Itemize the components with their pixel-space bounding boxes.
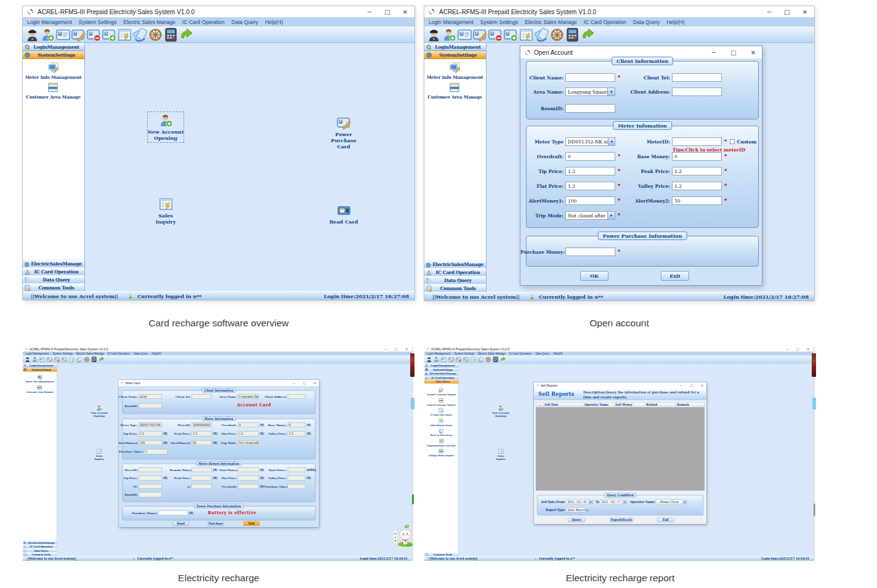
toolbar-button-calculator[interactable] [565,28,580,42]
flat-price-input[interactable]: 1.2 [565,182,615,190]
menu-item-electric-sales-manage[interactable]: Electric Sales Manage [123,19,176,25]
purchase-button[interactable]: Purchase [208,522,224,526]
toolbar-button-user-add[interactable] [32,356,38,363]
toolbar-button-id-card[interactable] [39,356,46,363]
menu-item-login-management[interactable]: Login Management [429,19,474,25]
return-r3-c4-input[interactable] [288,484,305,489]
sidebar-group-loginmanagement[interactable]: LoginManagement [424,43,486,51]
meter-type-input[interactable]: DDSY1352-NK sing▼ [565,137,615,146]
toolbar-button-card-delete[interactable] [456,356,462,363]
toolbar-button-card-add[interactable] [62,356,68,363]
menu-item-ic-card-operation[interactable]: IC Card Operation [509,352,532,355]
toolbar-button-card-delete[interactable] [488,28,503,42]
sell-date-to-dropdown-button[interactable]: ▼ [623,500,627,504]
menu-item-electric-sales-manage[interactable]: Electric Sales Manage [478,352,506,355]
sidebar-item-customer-area-manage[interactable]: Customer Area Manage [26,82,80,100]
close-button[interactable]: ✕ [405,347,408,351]
meter-r3-c2-input[interactable]: 50 [192,440,212,445]
toolbar-button-officer[interactable] [25,356,31,363]
menu-item-system-settings[interactable]: System Settings [455,352,475,355]
maximize-button[interactable]: □ [384,9,391,15]
client-name-input[interactable] [565,73,615,82]
sidebar-item-meter-info-management[interactable]: Meter Info Management [427,62,483,80]
operator-name-input[interactable]: ---Please Chose▼ [657,499,687,504]
desktop-icon-new-account-opening[interactable]: New AccountOpening [491,405,511,418]
sell-date-from-input[interactable]: 2021 / 02 / 01▼ [567,499,593,504]
overdraft-input[interactable]: 0 [565,152,615,161]
room-id-input[interactable] [139,403,162,408]
toolbar-button-card-edit[interactable] [47,356,53,363]
toolbar-button-wheel[interactable] [485,356,491,363]
minimize-button[interactable]: ─ [785,347,789,351]
dialog-titlebar[interactable]: Write Card─□✕ [119,380,320,386]
sidebar-group-systemsettings[interactable]: SystemSettings [424,51,486,59]
report-column-refund[interactable]: Refund [645,403,676,408]
return-r4-c1-input[interactable] [139,493,162,497]
toolbar-button-card-add[interactable] [504,28,518,42]
sidebar-group-common-tools[interactable]: Common Tools [23,283,84,291]
client-address-input[interactable] [672,87,722,96]
ok-button[interactable]: OK [580,271,608,281]
trip-mode-dropdown-button[interactable]: ▼ [607,212,615,219]
alert-money1-input[interactable]: 100 [565,196,615,205]
sell-date-from-dropdown-button[interactable]: ▼ [589,500,593,504]
sidebar-item-change-meter-inquiry[interactable]: Change Meter Inquiry [429,449,454,457]
client-tel-input[interactable] [672,73,722,82]
meter-r4-c1-input[interactable]: 1 [144,449,168,454]
menu-item-system-settings[interactable]: System Settings [53,352,73,355]
toolbar-button-calculator[interactable] [164,28,178,42]
return-r3-c1-input[interactable] [139,484,162,489]
desktop-icon-power-purchase-card[interactable]: PowerPurchaseCard [326,115,362,151]
return-r3-c2-input[interactable] [192,484,212,489]
menu-item-electric-sales-manage[interactable]: Electric Sales Manage [525,19,577,25]
sidebar-group-data-query[interactable]: Data Query [424,276,486,284]
report-type-dropdown-button[interactable]: ▼ [585,508,589,512]
meter-r2-c4-input[interactable]: 1.2 [288,432,305,437]
close-button[interactable]: ✕ [801,9,809,15]
toolbar-button-wheel[interactable] [84,356,90,363]
report-column-remark[interactable]: Remark [676,403,705,408]
toolbar-button-cards-cross[interactable] [535,28,549,42]
custom-checkbox[interactable] [730,139,735,144]
meter-r1-c4-input[interactable]: 0 [288,422,305,427]
meter-r3-c3-input[interactable]: Not closed after tr [238,440,259,445]
sidebar-item-normal-customer-inquiry[interactable]: Normal Customer Inquiry [426,388,456,397]
sidebar-item-meter-info-management[interactable]: Meter Info Management [25,62,82,80]
menu-item-help-h[interactable]: Help(H) [666,19,684,25]
dialog-close-button[interactable]: ✕ [313,381,317,385]
meter-id-input[interactable] [672,137,722,146]
sidebar-group-ic-card-operation[interactable]: IC Card Operation [23,267,84,275]
maximize-button[interactable]: □ [783,9,791,15]
menu-item-ic-card-operation[interactable]: IC Card Operation [584,19,626,25]
area-name-dropdown-button[interactable]: ▼ [607,88,615,95]
sidebar-group-ic-card-operation[interactable]: IC Card Operation [23,544,57,549]
client-r1-c2-input[interactable] [192,394,212,399]
toolbar-button-table-bolt[interactable] [118,28,132,42]
return-r1-c1-input[interactable] [139,467,162,472]
meter-r2-c3-input[interactable]: 1.2 [238,432,259,437]
menu-item-help-h[interactable]: Help(H) [553,352,563,355]
purchase-money-input[interactable] [565,248,615,256]
valley-price-input[interactable]: 1.2 [672,182,722,190]
toolbar-button-calculator[interactable] [493,356,499,363]
read-button[interactable]: Read [173,522,189,526]
exit-button[interactable]: Exit [657,518,674,522]
sidebar-group-loginmanagement[interactable]: LoginManagement [23,43,84,51]
client-r1-c3-input[interactable]: Longyang Square [238,394,259,399]
toolbar-button-card-delete[interactable] [54,356,60,363]
minimize-button[interactable]: ─ [366,9,373,15]
toolbar-button-cards-cross[interactable] [76,356,83,363]
dialog-titlebar[interactable]: Sell Reports─□✕ [534,382,706,389]
menu-item-data-query[interactable]: Data Query [535,352,549,355]
meter-type-dropdown-button[interactable]: ▼ [608,138,615,145]
report-column-sell-money[interactable]: Sell Money [614,403,645,408]
maximize-button[interactable]: □ [796,347,799,351]
sidebar-group-systemsettings[interactable]: SystemSettings [23,368,57,372]
toolbar-button-cards-cross[interactable] [478,356,484,363]
dialog-maximize-button[interactable]: □ [690,384,693,387]
toolbar-button-card-delete[interactable] [87,28,101,42]
base-money-input[interactable]: 0 [672,152,722,161]
sidebar-group-common-tools[interactable]: Common Tools [424,284,486,292]
sidebar-item-customer-area-manage[interactable]: Customer Area Manage [26,385,53,393]
desktop-icon-new-account-opening[interactable]: New AccountOpening [89,405,110,418]
